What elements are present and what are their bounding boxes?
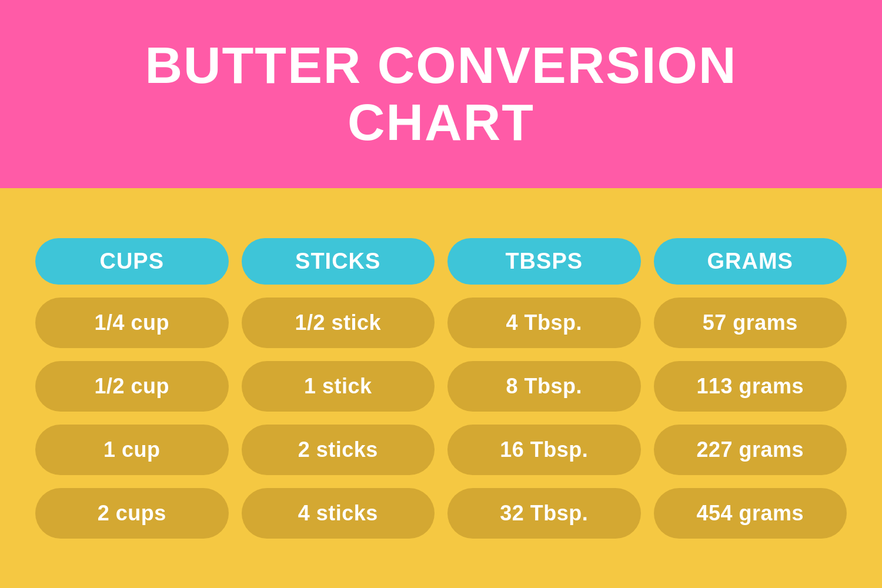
- col-header-tbsps: TBSPS: [447, 238, 641, 285]
- col-header-grams: GRAMS: [654, 238, 847, 285]
- page-wrapper: BUTTER CONVERSION CHART CUPS STICKS TBSP…: [0, 0, 882, 588]
- cell-tbsps-1: 4 Tbsp.: [447, 298, 641, 348]
- cell-cups-2: 1/2 cup: [35, 361, 229, 412]
- cell-sticks-2: 1 stick: [242, 361, 435, 412]
- cell-cups-1: 1/4 cup: [35, 298, 229, 348]
- cell-sticks-3: 2 sticks: [242, 425, 435, 475]
- cell-grams-3: 227 grams: [654, 425, 847, 475]
- cell-tbsps-4: 32 Tbsp.: [447, 488, 641, 539]
- page-title: BUTTER CONVERSION CHART: [145, 37, 737, 151]
- cell-sticks-4: 4 sticks: [242, 488, 435, 539]
- title-line1: BUTTER CONVERSION: [145, 36, 737, 94]
- cell-grams-1: 57 grams: [654, 298, 847, 348]
- cell-tbsps-2: 8 Tbsp.: [447, 361, 641, 412]
- title-line2: CHART: [348, 93, 534, 151]
- cell-cups-3: 1 cup: [35, 425, 229, 475]
- table-row-4: 2 cups 4 sticks 32 Tbsp. 454 grams: [35, 488, 847, 539]
- cell-sticks-1: 1/2 stick: [242, 298, 435, 348]
- col-header-cups: CUPS: [35, 238, 229, 285]
- cell-grams-4: 454 grams: [654, 488, 847, 539]
- header-section: BUTTER CONVERSION CHART: [0, 0, 882, 188]
- col-header-sticks: STICKS: [242, 238, 435, 285]
- cell-grams-2: 113 grams: [654, 361, 847, 412]
- cell-tbsps-3: 16 Tbsp.: [447, 425, 641, 475]
- table-row-3: 1 cup 2 sticks 16 Tbsp. 227 grams: [35, 425, 847, 475]
- table-row-2: 1/2 cup 1 stick 8 Tbsp. 113 grams: [35, 361, 847, 412]
- column-headers: CUPS STICKS TBSPS GRAMS: [35, 238, 847, 285]
- body-section: CUPS STICKS TBSPS GRAMS 1/4 cup 1/2 stic…: [0, 188, 882, 588]
- cell-cups-4: 2 cups: [35, 488, 229, 539]
- table-row-1: 1/4 cup 1/2 stick 4 Tbsp. 57 grams: [35, 298, 847, 348]
